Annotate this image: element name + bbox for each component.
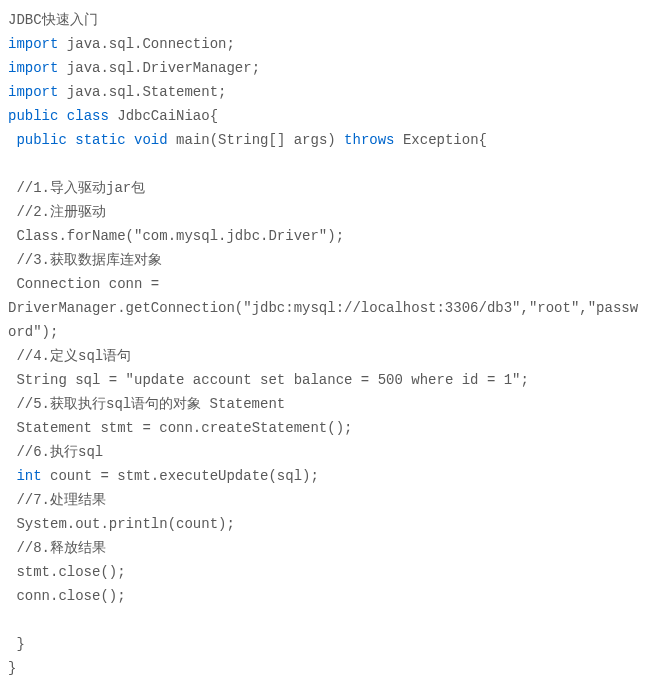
keyword-static: static: [75, 132, 125, 148]
code-line: conn.close();: [8, 588, 126, 604]
keyword-int: int: [16, 468, 41, 484]
code-comment: //2.注册驱动: [8, 204, 106, 220]
keyword-void: void: [134, 132, 168, 148]
code-comment: //3.获取数据库连对象: [8, 252, 162, 268]
code-comment: //8.释放结果: [8, 540, 106, 556]
code-text: java.sql.Connection;: [58, 36, 234, 52]
keyword-throws: throws: [344, 132, 394, 148]
code-comment: //4.定义sql语句: [8, 348, 131, 364]
code-text: count = stmt.executeUpdate(sql);: [42, 468, 319, 484]
keyword-public: public: [16, 132, 66, 148]
code-text: java.sql.DriverManager;: [58, 60, 260, 76]
code-comment: //7.处理结果: [8, 492, 106, 508]
code-line: Statement stmt = conn.createStatement();: [8, 420, 352, 436]
code-block: JDBC快速入门 import java.sql.Connection; imp…: [8, 8, 643, 680]
code-line: }: [8, 636, 25, 652]
code-comment: //6.执行sql: [8, 444, 103, 460]
code-line: System.out.println(count);: [8, 516, 235, 532]
code-line: Class.forName("com.mysql.jdbc.Driver");: [8, 228, 344, 244]
code-line: }: [8, 660, 16, 676]
code-line: stmt.close();: [8, 564, 126, 580]
code-line: Connection conn = DriverManager.getConne…: [8, 276, 638, 340]
code-text: java.sql.Statement;: [58, 84, 226, 100]
code-text: main(String[] args): [168, 132, 344, 148]
keyword-import: import: [8, 60, 58, 76]
code-comment: //1.导入驱动jar包: [8, 180, 145, 196]
keyword-import: import: [8, 84, 58, 100]
code-line: String sql = "update account set balance…: [8, 372, 529, 388]
keyword-public: public: [8, 108, 58, 124]
code-comment: //5.获取执行sql语句的对象 Statement: [8, 396, 285, 412]
code-text: JdbcCaiNiao{: [109, 108, 218, 124]
code-line-1: JDBC快速入门: [8, 12, 98, 28]
keyword-class: class: [67, 108, 109, 124]
keyword-import: import: [8, 36, 58, 52]
code-text: Exception{: [395, 132, 487, 148]
